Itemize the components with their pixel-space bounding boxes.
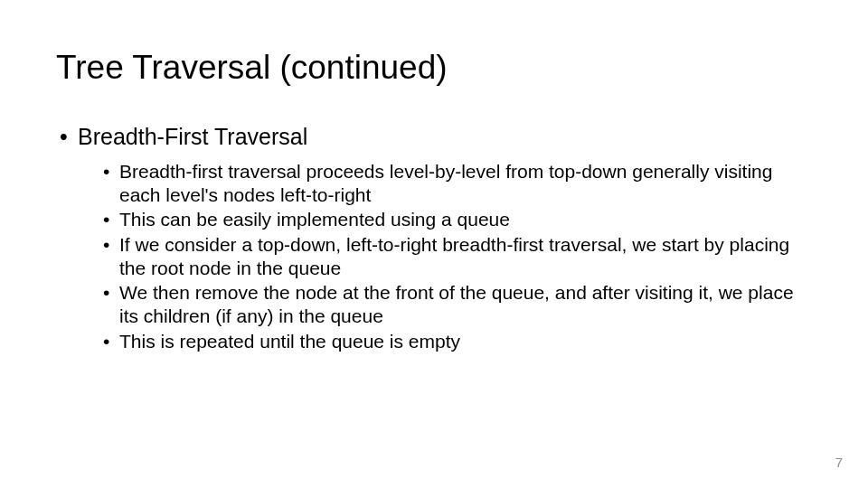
sub-bullet: This can be easily implemented using a q… [101, 208, 814, 231]
slide: Tree Traversal (continued) Breadth-First… [0, 0, 868, 488]
bullet-heading: Breadth-First Traversal [56, 123, 814, 151]
sub-bullets: Breadth-first traversal proceeds level-b… [56, 160, 814, 352]
sub-bullet: Breadth-first traversal proceeds level-b… [101, 160, 814, 206]
slide-title: Tree Traversal (continued) [56, 49, 448, 87]
slide-content: Breadth-First Traversal Breadth-first tr… [56, 123, 814, 354]
sub-bullet: If we consider a top-down, left-to-right… [101, 233, 814, 279]
page-number: 7 [835, 455, 843, 470]
sub-bullet: This is repeated until the queue is empt… [101, 330, 814, 353]
sub-bullet: We then remove the node at the front of … [101, 281, 814, 327]
